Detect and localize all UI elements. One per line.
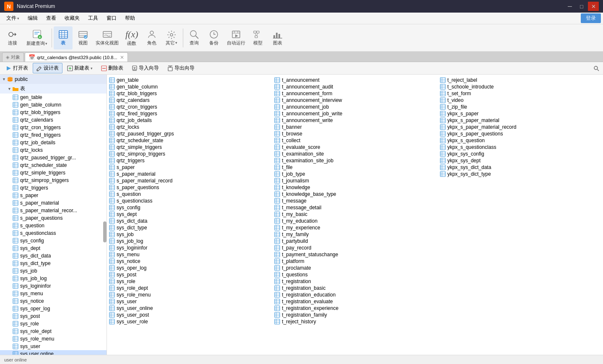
table-entry[interactable]: t_set_form xyxy=(438,90,603,97)
toolbar-table-btn[interactable]: 表 xyxy=(54,26,73,49)
table-entry[interactable]: t_proclamate xyxy=(272,265,437,271)
table-entry[interactable]: t_file xyxy=(272,164,437,171)
table-entry[interactable]: t_journalism xyxy=(272,177,437,184)
sidebar-tree-item[interactable]: s_paper_material_recor... xyxy=(0,207,107,214)
table-entry[interactable]: s_questionclass xyxy=(107,198,272,204)
menu-item-file[interactable]: 文件 ▾ xyxy=(2,13,23,23)
toolbar-backup-btn[interactable]: 备份 xyxy=(205,26,224,49)
table-entry[interactable]: sys_dict_type xyxy=(107,224,272,231)
table-entry[interactable]: sys_post xyxy=(107,271,272,278)
sidebar-tree-item[interactable]: qrtz_paused_trigger_gr... xyxy=(0,154,107,161)
table-entry[interactable]: qrtz_simple_triggers xyxy=(107,144,272,151)
table-entry[interactable]: t_registration_family xyxy=(272,312,437,318)
sidebar-tree-item[interactable]: qrtz_fired_triggers xyxy=(0,131,107,139)
table-entry[interactable]: qrtz_paused_trigger_grps xyxy=(107,130,272,137)
toolbar-role-btn[interactable]: 角色 xyxy=(143,26,161,49)
minimize-button[interactable]: ─ xyxy=(564,2,575,11)
menu-item-help[interactable]: 帮助 xyxy=(121,13,139,23)
sidebar-tree-item[interactable]: sys user online xyxy=(0,350,107,355)
table-entry[interactable]: sys_role xyxy=(107,278,272,285)
table-entry[interactable]: t_payment_statuschange xyxy=(272,251,437,258)
table-entry[interactable]: ykpx_s_paper_material xyxy=(438,117,603,124)
table-entry[interactable]: t_browse xyxy=(272,130,437,137)
table-entry[interactable]: qrtz_scheduler_state xyxy=(107,137,272,144)
login-button[interactable]: 登录 xyxy=(581,13,601,23)
table-entry[interactable]: ykpx_s_paper xyxy=(438,110,603,117)
sidebar-tree-item[interactable]: sys_dept xyxy=(0,244,107,252)
sidebar-tree-item[interactable]: qrtz_simprop_triggers xyxy=(0,177,107,184)
sidebar-tree-item[interactable]: s_paper_material xyxy=(0,199,107,207)
table-entry[interactable]: qrtz_job_details xyxy=(107,117,272,124)
table-entry[interactable]: t_collect xyxy=(272,137,437,144)
table-entry[interactable]: s_paper_questions xyxy=(107,184,272,191)
import-wizard-btn[interactable]: 导入向导 xyxy=(128,63,163,73)
table-entry[interactable]: sys_user_role xyxy=(107,318,272,325)
table-entry[interactable]: ykpx_sys_config xyxy=(438,151,603,157)
table-entry[interactable]: t_my_experience xyxy=(272,224,437,231)
table-entry[interactable]: ykpx_s_questionclass xyxy=(438,144,603,151)
table-entry[interactable]: sys_job xyxy=(107,231,272,238)
table-entry[interactable]: t_message_detail xyxy=(272,204,437,211)
table-entry[interactable]: t_reject_label xyxy=(438,77,603,83)
sidebar-group-tables[interactable]: ▼ 表 xyxy=(0,84,107,94)
sidebar-tree-item[interactable]: sys_dict_type xyxy=(0,260,107,267)
table-entry[interactable]: ykpx_sys_dict_type xyxy=(438,171,603,177)
sidebar-tree-item[interactable]: sys_oper_log xyxy=(0,305,107,312)
table-entry[interactable]: qrtz_blob_triggers xyxy=(107,90,272,97)
table-entry[interactable]: sys_role_menu xyxy=(107,291,272,298)
sidebar-tree-item[interactable]: sys_user xyxy=(0,343,107,350)
table-entry[interactable]: t_my_basic xyxy=(272,211,437,218)
sidebar-tree-item[interactable]: qrtz_cron_triggers xyxy=(0,124,107,131)
sidebar-tree-item[interactable]: qrtz_simple_triggers xyxy=(0,169,107,177)
table-entry[interactable]: t_partybuild xyxy=(272,238,437,244)
table-entry[interactable]: t_announcement xyxy=(272,77,437,83)
sidebar-tree-item[interactable]: qrtz_job_details xyxy=(0,139,107,146)
toolbar-function-btn[interactable]: f(x) 函数 xyxy=(122,26,142,49)
table-entry[interactable]: t_registration_experience xyxy=(272,305,437,312)
sidebar-tree-item[interactable]: qrtz_blob_triggers xyxy=(0,109,107,116)
sidebar-tree-item[interactable]: sys_notice xyxy=(0,297,107,305)
sidebar-tree-item[interactable]: qrtz_calendars xyxy=(0,116,107,124)
table-entry[interactable]: t_message xyxy=(272,198,437,204)
close-button[interactable]: ✕ xyxy=(588,2,599,11)
table-entry[interactable]: qrtz_fired_triggers xyxy=(107,110,272,117)
table-entry[interactable]: qrtz_cron_triggers xyxy=(107,104,272,110)
table-entry[interactable]: t_knowledge_base_type xyxy=(272,191,437,198)
sidebar-tree-item[interactable]: sys_logininfor xyxy=(0,282,107,290)
sidebar-scrollbar[interactable] xyxy=(103,221,107,242)
table-entry[interactable]: sys_role_dept xyxy=(107,285,272,291)
table-entry[interactable]: ykpx_sys_dept xyxy=(438,157,603,164)
delete-table-btn[interactable]: 删除表 xyxy=(97,63,127,73)
menu-item-edit[interactable]: 编辑 xyxy=(23,13,42,23)
table-entry[interactable]: t_zip_file xyxy=(438,104,603,110)
table-entry[interactable]: sys_config xyxy=(107,204,272,211)
export-wizard-btn[interactable]: 导出向导 xyxy=(164,63,198,73)
table-entry[interactable]: sys_dict_data xyxy=(107,218,272,224)
table-entry[interactable]: t_announcement_write xyxy=(272,117,437,124)
sidebar-tree-item[interactable]: sys_role xyxy=(0,320,107,328)
sidebar-tree-item[interactable]: qrtz_triggers xyxy=(0,184,107,192)
table-entry[interactable]: t_pay_record xyxy=(272,244,437,251)
table-entry[interactable]: gen_table_column xyxy=(107,83,272,90)
table-entry[interactable]: t_examination_site xyxy=(272,151,437,157)
sidebar-tree-item[interactable]: gen_table_column xyxy=(0,101,107,109)
table-entry[interactable]: sys_logininfor xyxy=(107,244,272,251)
table-entry[interactable]: sys_menu xyxy=(107,251,272,258)
table-entry[interactable]: t_registration xyxy=(272,278,437,285)
menu-item-tools[interactable]: 工具 xyxy=(84,13,102,23)
sidebar-tree-item[interactable]: sys_dict_data xyxy=(0,252,107,260)
table-entry[interactable]: t_platform xyxy=(272,258,437,265)
sidebar-tree-item[interactable]: sys_post xyxy=(0,312,107,320)
toolbar-new-query-btn[interactable]: + 新建查询 ▾ xyxy=(24,26,50,49)
new-table-btn[interactable]: 新建表 ▾ xyxy=(63,63,96,73)
table-entry[interactable]: t_my_family xyxy=(272,231,437,238)
sidebar-tree-item[interactable]: s_paper xyxy=(0,192,107,199)
table-entry[interactable]: ykpx_s_paper_material_record xyxy=(438,124,603,130)
sidebar-tree-item[interactable]: s_paper_questions xyxy=(0,214,107,222)
menu-item-window[interactable]: 窗口 xyxy=(102,13,121,23)
table-entry[interactable]: t_questions xyxy=(272,271,437,278)
table-entry[interactable]: qrtz_triggers xyxy=(107,157,272,164)
sidebar-tree-item[interactable]: sys_job xyxy=(0,267,107,275)
sidebar-tree-item[interactable]: sys_config xyxy=(0,237,107,244)
table-entry[interactable]: sys_user xyxy=(107,298,272,305)
